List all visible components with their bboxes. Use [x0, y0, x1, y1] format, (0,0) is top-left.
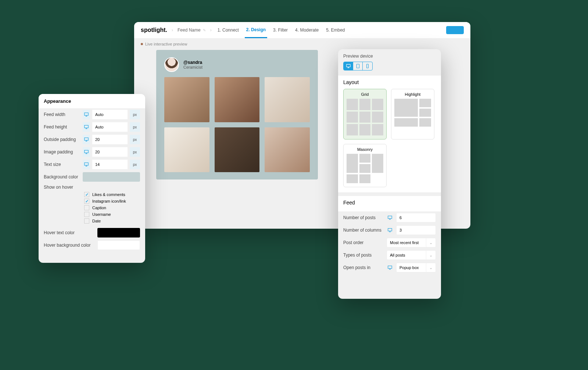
- desktop-icon: [83, 147, 90, 157]
- hover-opt-username[interactable]: Username: [39, 211, 145, 218]
- unit-px[interactable]: px: [130, 147, 140, 157]
- preview-status-text: Live interactive preview: [145, 42, 187, 46]
- chevron-down-icon: ⌄: [426, 238, 433, 247]
- bg-color-swatch[interactable]: [83, 172, 140, 182]
- preview-tile[interactable]: [164, 127, 209, 173]
- layout-section: Layout Grid Highlight Masonry: [338, 76, 441, 192]
- step-connect[interactable]: 1. Connect: [216, 28, 240, 33]
- desktop-icon: [387, 265, 393, 270]
- opt-label: Username: [92, 212, 111, 217]
- num-cols-label: Number of columns: [343, 228, 384, 233]
- svg-rect-4: [367, 64, 369, 68]
- logo: spotlight.: [141, 27, 167, 33]
- pencil-icon[interactable]: ✎: [203, 28, 206, 32]
- desktop-icon: [83, 110, 90, 119]
- avatar: [164, 57, 179, 72]
- outside-padding-label: Outside padding: [44, 137, 80, 142]
- appearance-heading: Appearance: [39, 94, 145, 108]
- appearance-panel: Appearance Feed width Auto px Feed heigh…: [39, 94, 145, 263]
- primary-button[interactable]: [446, 26, 464, 34]
- row-show-on-hover: Show on hover: [39, 183, 145, 191]
- num-posts-label: Number of posts: [343, 215, 384, 220]
- num-cols-input[interactable]: 3: [396, 225, 436, 235]
- feed-height-label: Feed height: [44, 124, 80, 130]
- hover-bg-label: Hover background color: [44, 243, 95, 248]
- num-posts-input[interactable]: 6: [396, 213, 436, 222]
- outside-padding-input[interactable]: 20: [92, 135, 128, 144]
- preview-tile[interactable]: [265, 77, 310, 122]
- preview-tile[interactable]: [265, 127, 310, 173]
- checkbox-icon[interactable]: [84, 218, 89, 224]
- layout-option-highlight[interactable]: Highlight: [391, 89, 434, 139]
- hover-bg-swatch[interactable]: [97, 240, 140, 250]
- header: spotlight. › Feed Name ✎ › 1. Connect 2.…: [134, 22, 470, 38]
- text-size-label: Text size: [44, 162, 80, 167]
- feed-heading: Feed: [343, 200, 436, 206]
- preview-tile[interactable]: [215, 127, 260, 173]
- checkbox-icon[interactable]: [84, 205, 89, 210]
- device-tablet-button[interactable]: [353, 62, 363, 70]
- checkbox-icon[interactable]: [84, 192, 89, 197]
- feed-section-header: Feed: [338, 196, 441, 211]
- breadcrumb-feed-name[interactable]: Feed Name ✎: [178, 28, 206, 33]
- checkbox-icon[interactable]: [84, 212, 89, 217]
- device-desktop-button[interactable]: [344, 62, 353, 70]
- svg-rect-17: [85, 125, 89, 128]
- svg-rect-8: [388, 228, 392, 231]
- types-select[interactable]: All posts ⌄: [387, 250, 436, 260]
- row-num-posts: Number of posts 6: [338, 211, 441, 224]
- step-filter[interactable]: 3. Filter: [272, 28, 289, 33]
- feed-height-input[interactable]: Auto: [92, 122, 128, 132]
- row-text-size: Text size 14 px: [39, 158, 145, 171]
- step-embed[interactable]: 5. Embed: [325, 28, 346, 33]
- types-value: All posts: [390, 253, 405, 257]
- hover-opt-likes[interactable]: Likes & comments: [39, 191, 145, 198]
- image-padding-label: Image padding: [44, 149, 80, 155]
- feed-width-input[interactable]: Auto: [92, 110, 128, 119]
- preview-device-label: Preview device: [338, 54, 441, 62]
- step-moderate[interactable]: 4. Moderate: [294, 28, 320, 33]
- right-sidebar: Preview device Layout Grid Highlight Mas…: [338, 49, 441, 299]
- opt-label: Instagram icon/link: [92, 199, 126, 203]
- hover-opt-caption[interactable]: Caption: [39, 204, 145, 211]
- feed-name-text: Feed Name: [178, 28, 201, 33]
- unit-px[interactable]: px: [130, 122, 140, 132]
- device-mobile-button[interactable]: [363, 62, 372, 70]
- open-label: Open posts in: [343, 265, 384, 270]
- row-num-columns: Number of columns 3: [338, 224, 441, 236]
- chevron-icon: ›: [210, 28, 212, 33]
- post-order-select[interactable]: Most recent first ⌄: [387, 238, 436, 247]
- row-image-padding: Image padding 20 px: [39, 146, 145, 158]
- bg-color-label: Background color: [44, 174, 80, 179]
- unit-px[interactable]: px: [130, 135, 140, 144]
- svg-rect-5: [388, 216, 392, 218]
- row-feed-width: Feed width Auto px: [39, 108, 145, 121]
- open-select[interactable]: Popup box ⌄: [396, 263, 436, 272]
- layout-label: Masonry: [347, 147, 383, 152]
- show-hover-label: Show on hover: [44, 185, 80, 190]
- preview-tile[interactable]: [164, 77, 209, 122]
- chevron-down-icon: ⌄: [426, 263, 433, 272]
- status-dot-icon: [141, 43, 143, 45]
- svg-rect-20: [85, 138, 89, 140]
- opt-label: Caption: [92, 206, 106, 210]
- layout-option-grid[interactable]: Grid: [343, 89, 387, 139]
- step-design[interactable]: 2. Design: [245, 22, 267, 38]
- hover-opt-date[interactable]: Date: [39, 218, 145, 224]
- preview-grid: [164, 77, 310, 172]
- unit-px[interactable]: px: [130, 160, 140, 169]
- layout-option-masonry[interactable]: Masonry: [343, 144, 387, 187]
- row-hover-bg-color: Hover background color: [39, 239, 145, 251]
- image-padding-input[interactable]: 20: [92, 147, 128, 157]
- row-background-color: Background color: [39, 171, 145, 183]
- profile-handle: @sandra: [183, 60, 202, 65]
- row-open-posts: Open posts in Popup box ⌄: [338, 261, 441, 274]
- hover-text-swatch[interactable]: [97, 228, 140, 237]
- unit-px[interactable]: px: [130, 110, 140, 119]
- preview-tile[interactable]: [215, 77, 260, 122]
- checkbox-icon[interactable]: [84, 199, 89, 204]
- desktop-icon: [387, 215, 393, 220]
- text-size-input[interactable]: 14: [92, 160, 128, 169]
- svg-rect-26: [85, 163, 89, 165]
- hover-opt-instagram[interactable]: Instagram icon/link: [39, 198, 145, 204]
